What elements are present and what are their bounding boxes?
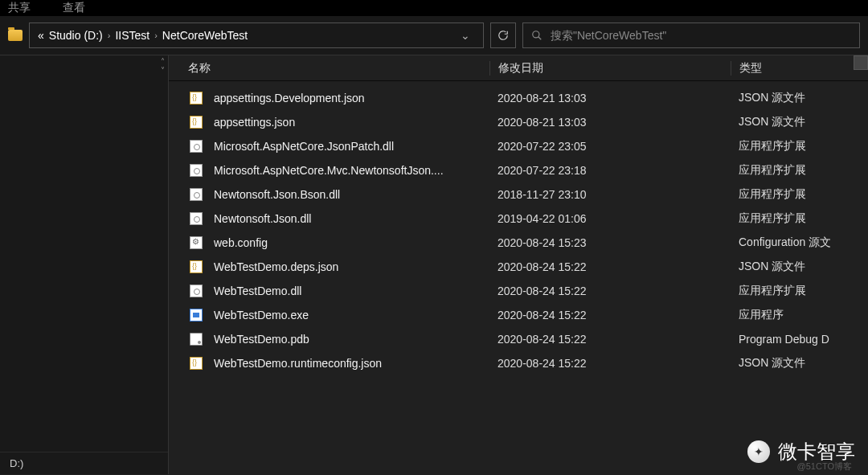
file-type: 应用程序扩展 (731, 163, 868, 178)
file-icon (188, 283, 204, 299)
svg-point-0 (533, 31, 539, 38)
scrollbar-corner (854, 55, 868, 70)
file-icon (188, 307, 204, 323)
file-type: 应用程序扩展 (731, 284, 868, 298)
file-row[interactable]: Microsoft.AspNetCore.Mvc.NewtonsoftJson.… (169, 158, 868, 182)
file-type: 应用程序 (731, 308, 868, 322)
menu-share[interactable]: 共享 (8, 1, 31, 15)
file-name: appsettings.json (214, 116, 489, 129)
file-icon (188, 186, 204, 203)
nav-drive-item[interactable]: D:) (0, 452, 168, 474)
refresh-icon (497, 30, 509, 41)
column-type[interactable]: 类型 (731, 61, 868, 76)
file-row[interactable]: Newtonsoft.Json.Bson.dll2018-11-27 23:10… (169, 182, 868, 207)
file-name: WebTestDemo.dll (214, 285, 489, 297)
file-name: Microsoft.AspNetCore.JsonPatch.dll (214, 140, 489, 153)
address-bar: « Studio (D:) › IISTest › NetCoreWebTest… (0, 16, 868, 55)
file-name: WebTestDemo.pdb (214, 333, 489, 346)
file-name: WebTestDemo.exe (214, 309, 489, 321)
file-row[interactable]: Microsoft.AspNetCore.JsonPatch.dll2020-0… (169, 134, 868, 158)
column-headers: 名称 修改日期 类型 (169, 55, 868, 81)
breadcrumb-item[interactable]: NetCoreWebTest (162, 29, 248, 42)
file-type: JSON 源文件 (731, 356, 868, 371)
file-icon (188, 211, 204, 227)
file-icon (188, 235, 204, 251)
column-name[interactable]: 名称 (188, 61, 489, 76)
file-icon (188, 355, 204, 371)
file-type: 应用程序扩展 (731, 211, 868, 226)
menu-bar: 共享 查看 (0, 0, 868, 16)
svg-line-1 (538, 37, 542, 40)
file-date: 2020-08-24 15:22 (489, 357, 731, 370)
file-row[interactable]: appsettings.Development.json2020-08-21 1… (169, 86, 868, 110)
file-type: JSON 源文件 (731, 91, 868, 105)
chevron-right-icon: › (154, 31, 158, 40)
file-type: JSON 源文件 (731, 115, 868, 129)
file-name: web.config (214, 236, 489, 249)
column-date[interactable]: 修改日期 (489, 61, 731, 76)
menu-view[interactable]: 查看 (63, 1, 85, 15)
breadcrumb-item[interactable]: IISTest (115, 29, 149, 42)
history-dropdown-icon[interactable]: ⌄ (456, 29, 475, 42)
file-icon (188, 331, 204, 347)
file-type: 应用程序扩展 (731, 187, 868, 202)
search-input[interactable] (551, 29, 851, 42)
file-row[interactable]: WebTestDemo.runtimeconfig.json2020-08-24… (169, 351, 868, 375)
file-name: Microsoft.AspNetCore.Mvc.NewtonsoftJson.… (214, 164, 489, 177)
wechat-icon: ✦ (747, 440, 770, 463)
file-date: 2020-08-21 13:03 (489, 116, 731, 129)
folder-icon (8, 30, 23, 41)
file-date: 2020-08-24 15:23 (489, 236, 731, 249)
file-date: 2020-08-24 15:22 (489, 260, 731, 273)
file-name: WebTestDemo.runtimeconfig.json (214, 357, 489, 370)
file-date: 2020-08-24 15:22 (489, 285, 731, 297)
file-type: Program Debug D (731, 333, 868, 346)
refresh-button[interactable] (490, 23, 516, 48)
breadcrumb-item[interactable]: Studio (D:) (49, 29, 103, 42)
file-name: Newtonsoft.Json.dll (214, 212, 489, 225)
file-row[interactable]: WebTestDemo.pdb2020-08-24 15:22Program D… (169, 327, 868, 351)
file-date: 2020-08-24 15:22 (489, 309, 731, 321)
file-row[interactable]: WebTestDemo.exe2020-08-24 15:22应用程序 (169, 303, 868, 327)
file-row[interactable]: WebTestDemo.deps.json2020-08-24 15:22JSO… (169, 255, 868, 279)
nav-scroll-down-icon[interactable]: ˅ (161, 66, 165, 75)
watermark-credit: @51CTO博客 (797, 461, 852, 473)
file-date: 2020-07-22 23:18 (489, 164, 731, 177)
breadcrumb-ellipsis[interactable]: « (38, 29, 44, 42)
file-icon (188, 162, 204, 178)
file-row[interactable]: WebTestDemo.dll2020-08-24 15:22应用程序扩展 (169, 279, 868, 303)
file-name: WebTestDemo.deps.json (214, 260, 489, 273)
breadcrumb[interactable]: « Studio (D:) › IISTest › NetCoreWebTest… (29, 23, 484, 48)
file-date: 2020-07-22 23:05 (489, 140, 731, 153)
file-date: 2019-04-22 01:06 (489, 212, 731, 225)
file-name: Newtonsoft.Json.Bson.dll (214, 188, 489, 201)
file-icon (188, 259, 204, 275)
file-type: 应用程序扩展 (731, 139, 868, 154)
nav-scroll-up-icon[interactable]: ˄ (161, 57, 165, 66)
file-row[interactable]: web.config2020-08-24 15:23Configuration … (169, 231, 868, 255)
file-icon (188, 90, 204, 106)
file-icon (188, 114, 204, 130)
file-row[interactable]: appsettings.json2020-08-21 13:03JSON 源文件 (169, 110, 868, 134)
file-date: 2020-08-21 13:03 (489, 92, 731, 104)
file-list-pane: 名称 修改日期 类型 appsettings.Development.json2… (169, 55, 868, 474)
chevron-right-icon: › (108, 31, 111, 40)
file-row[interactable]: Newtonsoft.Json.dll2019-04-22 01:06应用程序扩… (169, 207, 868, 231)
search-box[interactable] (522, 23, 860, 48)
file-date: 2020-08-24 15:22 (489, 333, 731, 346)
nav-pane[interactable]: ˄ ˅ D:) (0, 55, 169, 474)
file-type: JSON 源文件 (731, 260, 868, 274)
file-icon (188, 138, 204, 154)
file-name: appsettings.Development.json (214, 92, 489, 104)
file-date: 2018-11-27 23:10 (489, 188, 731, 201)
search-icon (531, 30, 542, 41)
file-type: Configuration 源文 (731, 235, 868, 250)
